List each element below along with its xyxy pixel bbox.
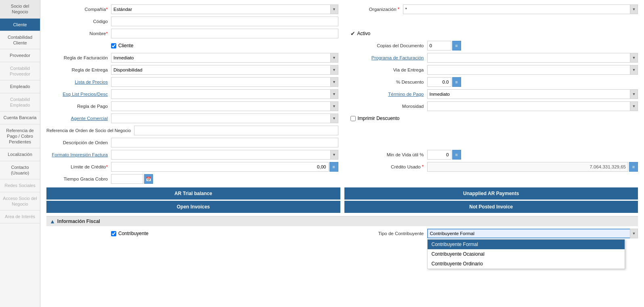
lista-precios-label[interactable]: Lista de Precios <box>46 80 111 84</box>
regla-entrega-select[interactable]: Disponibilidad <box>111 65 338 75</box>
programa-facturacion-wrapper: ▼ <box>427 53 638 63</box>
cliente-checkbox-wrapper: Cliente <box>111 43 133 48</box>
sidebar-item-contabilidad-empleado: Contabilid Empleado <box>0 93 40 112</box>
compania-select[interactable]: Estándar <box>111 4 338 14</box>
via-entrega-label: Via de Entrega <box>346 67 427 72</box>
termino-pago-select[interactable]: Inmediato <box>427 89 638 99</box>
tiempo-gracia-label: Tiempo Gracia Cobro <box>46 177 111 181</box>
regla-pago-select[interactable] <box>111 101 338 111</box>
sidebar-item-cuenta-bancaria[interactable]: Cuenta Bancaria <box>0 111 40 124</box>
fiscal-toggle[interactable]: ▲ <box>50 218 55 225</box>
copias-btn[interactable]: ≡ <box>452 41 461 50</box>
imprimir-descuento-wrapper: Imprimir Descuento <box>346 116 400 121</box>
codigo-input[interactable]: J400788315 <box>111 17 338 26</box>
compania-label: Compañía <box>46 7 111 12</box>
morosidad-wrapper: ▼ <box>427 101 638 111</box>
formato-impresion-wrapper: ▼ <box>111 150 338 160</box>
morosidad-select[interactable] <box>427 101 638 111</box>
regla-pago-wrapper: ▼ <box>111 101 338 111</box>
ref-orden-input[interactable] <box>134 126 338 135</box>
sidebar-item-contacto[interactable]: Contacto (Usuario) <box>0 161 40 180</box>
regla-entrega-label: Regla de Entrega <box>46 67 111 72</box>
tiempo-gracia-input[interactable] <box>111 174 143 184</box>
sidebar-item-localizacion[interactable]: Localización <box>0 148 40 161</box>
sidebar-item-acceso-socio: Acceso Socio del Negocio <box>0 192 40 211</box>
sidebar: Socio del NegocioClienteContabilidad Cli… <box>0 0 40 307</box>
regla-entrega-wrapper: Disponibilidad ▼ <box>111 65 338 75</box>
sidebar-item-cliente[interactable]: Cliente <box>0 19 40 31</box>
activo-label: Activo <box>357 31 371 36</box>
morosidad-label: Morosidad <box>346 104 427 109</box>
programa-facturacion-label[interactable]: Programa de Facturación <box>346 55 427 60</box>
nombre-label: Nombre <box>46 31 111 36</box>
pct-descuento-btn[interactable]: ≡ <box>452 77 461 87</box>
sidebar-item-area-interes: Area de Interés <box>0 210 40 223</box>
agente-comercial-label[interactable]: Agente Comercial <box>46 116 111 121</box>
esq-list-label[interactable]: Esq List Precios/Desc <box>46 92 111 97</box>
organizacion-select[interactable]: * <box>403 4 638 14</box>
tipo-contribuyente-input[interactable] <box>427 229 638 238</box>
via-entrega-select[interactable] <box>427 65 638 75</box>
lista-precios-select[interactable] <box>111 77 338 87</box>
regla-facturacion-select[interactable]: Inmediato <box>111 53 338 63</box>
not-posted-btn[interactable]: Not Posted Invoice <box>344 201 638 213</box>
imprimir-descuento-checkbox[interactable] <box>350 116 356 121</box>
limite-credito-input[interactable] <box>111 162 329 172</box>
min-vida-util-btn[interactable]: ≡ <box>452 150 461 160</box>
agente-comercial-wrapper: ▼ <box>111 114 338 123</box>
tipo-contribuyente-dropdown: Contribuyente Formal Contribuyente Ocasi… <box>427 239 625 269</box>
ar-trial-balance-btn[interactable]: AR Trial balance <box>46 187 340 200</box>
main-content: Compañía Estándar ▼ Organización * * <box>40 0 644 307</box>
activo-checkmark: ✔ <box>350 30 355 37</box>
contribuyente-wrapper: Contribuyente <box>111 231 149 236</box>
tipo-contribuyente-wrapper: ▼ <box>427 229 638 238</box>
nombre-input[interactable]: ERP Consultores y Asociados CA <box>111 29 338 38</box>
sidebar-item-contabilidad-proveedor: Contabilid Proveedor <box>0 62 40 81</box>
sidebar-item-socio-negocio[interactable]: Socio del Negocio <box>0 0 40 19</box>
regla-facturacion-wrapper: Inmediato ▼ <box>111 53 338 63</box>
termino-pago-wrapper: Inmediato ▼ <box>427 89 638 99</box>
codigo-label: Código <box>46 19 111 24</box>
min-vida-util-input[interactable] <box>427 150 451 160</box>
esq-list-wrapper: ▼ <box>111 89 338 99</box>
regla-facturacion-label: Regla de Facturación <box>46 55 111 60</box>
tipo-contribuyente-label: Tipo de Contribuyente <box>346 231 427 236</box>
descripcion-orden-input[interactable] <box>111 138 338 147</box>
formato-impresion-label[interactable]: Formato Impresión Factura <box>46 152 111 157</box>
cliente-label: Cliente <box>118 43 133 48</box>
sidebar-item-referencia-pago[interactable]: Referencia de Pago / Cobro Pendientes <box>0 124 40 149</box>
min-vida-util-label: Min de Vida útil % <box>346 152 427 157</box>
sidebar-item-empleado[interactable]: Empleado <box>0 80 40 93</box>
dropdown-item-ocasional[interactable]: Contribuyente Ocasional <box>428 249 625 259</box>
contribuyente-label: Contribuyente <box>118 231 149 236</box>
credito-usado-btn[interactable]: ≡ <box>629 162 638 172</box>
limite-credito-btn[interactable]: ≡ <box>329 162 338 172</box>
pct-descuento-input[interactable] <box>427 77 451 87</box>
contribuyente-checkbox[interactable] <box>111 231 116 236</box>
unapplied-ar-btn[interactable]: Unapplied AR Payments <box>344 187 638 200</box>
agente-comercial-select[interactable] <box>111 114 338 123</box>
copias-label: Copias del Documento <box>346 43 427 48</box>
tiempo-gracia-cal-btn[interactable]: 📅 <box>144 174 153 184</box>
programa-facturacion-select[interactable] <box>427 53 638 63</box>
dropdown-item-formal[interactable]: Contribuyente Formal <box>428 240 625 249</box>
open-invoices-btn[interactable]: Open Invoices <box>46 201 340 213</box>
activo-wrapper: ✔ Activo <box>346 30 371 37</box>
regla-pago-label: Regla de Pago <box>46 104 111 109</box>
copias-input[interactable] <box>427 41 451 50</box>
sidebar-item-redes-sociales: Redes Sociales <box>0 179 40 192</box>
termino-pago-label[interactable]: Término de Pago <box>346 92 427 97</box>
sidebar-item-contabilidad-cliente[interactable]: Contabilidad Cliente <box>0 31 40 50</box>
pct-descuento-label: % Descuento <box>346 80 427 84</box>
limite-credito-label: Límite de Crédito <box>46 164 111 169</box>
cliente-checkbox[interactable] <box>111 43 116 48</box>
esq-list-select[interactable] <box>111 89 338 99</box>
dropdown-item-ordinario[interactable]: Contribuyente Ordinario <box>428 259 625 269</box>
imprimir-descuento-label: Imprimir Descuento <box>358 116 400 121</box>
ref-orden-label: Referencia de Orden de Socio del Negocio <box>46 128 134 133</box>
credito-usado-label: Crédito Usado * <box>346 164 427 170</box>
compania-select-wrapper: Estándar ▼ <box>111 4 338 14</box>
sidebar-item-proveedor[interactable]: Proveedor <box>0 49 40 62</box>
formato-impresion-select[interactable] <box>111 150 338 160</box>
credito-usado-input[interactable] <box>427 162 629 172</box>
